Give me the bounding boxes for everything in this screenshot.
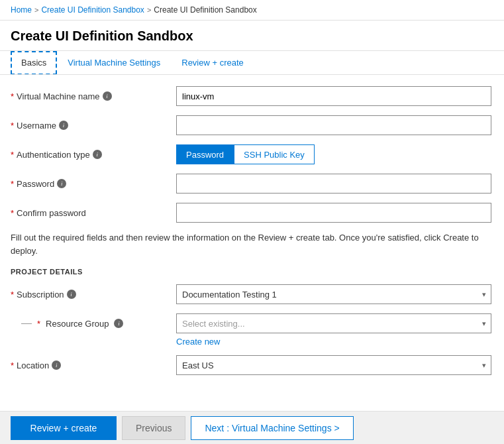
location-select-wrapper: East US ▾ [176, 355, 491, 375]
location-row: * Location i East US ▾ [11, 355, 493, 376]
auth-type-info-icon[interactable]: i [93, 150, 102, 159]
confirm-password-label: * Confirm password [11, 208, 176, 218]
auth-type-row: * Authentication type i Password SSH Pub… [11, 144, 493, 165]
project-details-header: PROJECT DETAILS [11, 268, 493, 276]
vm-name-label: * Virtual Machine name i [11, 91, 176, 101]
password-label: * Password i [11, 179, 176, 189]
confirm-password-required: * [11, 208, 14, 218]
tab-basics[interactable]: Basics [11, 51, 57, 74]
breadcrumb-current: Create UI Definition Sandbox [154, 5, 256, 15]
create-new-link[interactable]: Create new [176, 337, 493, 347]
subscription-select-wrapper: Documentation Testing 1 ▾ [176, 284, 491, 304]
breadcrumb-create-definition[interactable]: Create UI Definition Sandbox [41, 5, 144, 15]
previous-button: Previous [122, 416, 185, 440]
username-row: * Username i [11, 115, 493, 136]
resource-group-row: * Resource Group i Select existing... ▾ … [11, 313, 493, 347]
tab-review-create[interactable]: Review + create [171, 51, 254, 74]
rg-indent: * Resource Group i [11, 319, 123, 329]
form-container: * Virtual Machine name i * Username i * … [0, 75, 504, 376]
tab-vm-settings[interactable]: Virtual Machine Settings [57, 51, 171, 74]
vm-name-input[interactable] [176, 86, 491, 106]
breadcrumb-home[interactable]: Home [11, 5, 32, 15]
vm-name-info-icon[interactable]: i [103, 91, 112, 101]
vm-name-required: * [11, 91, 14, 101]
next-button[interactable]: Next : Virtual Machine Settings > [191, 416, 353, 440]
confirm-password-input[interactable] [176, 203, 491, 223]
confirm-password-row: * Confirm password [11, 202, 493, 223]
location-info-icon[interactable]: i [52, 361, 61, 370]
location-select[interactable]: East US [176, 355, 491, 375]
subscription-row: * Subscription i Documentation Testing 1… [11, 284, 493, 305]
auth-password-button[interactable]: Password [176, 144, 234, 164]
subscription-required: * [11, 290, 14, 300]
review-create-button[interactable]: Review + create [11, 416, 117, 440]
location-required: * [11, 361, 14, 370]
subscription-info-icon[interactable]: i [67, 290, 76, 299]
auth-required: * [11, 150, 14, 160]
auth-type-buttons: Password SSH Public Key [176, 144, 315, 164]
username-info-icon[interactable]: i [59, 121, 68, 130]
auth-ssh-button[interactable]: SSH Public Key [234, 144, 315, 164]
page-title: Create UI Definition Sandbox [11, 28, 493, 44]
subscription-select[interactable]: Documentation Testing 1 [176, 284, 491, 304]
username-required: * [11, 121, 14, 131]
auth-type-label: * Authentication type i [11, 150, 176, 160]
footer: Review + create Previous Next : Virtual … [0, 411, 504, 444]
password-row: * Password i [11, 173, 493, 194]
tabs-nav: Basics Virtual Machine Settings Review +… [0, 51, 504, 75]
password-info-icon[interactable]: i [57, 179, 66, 188]
location-label: * Location i [11, 361, 176, 370]
breadcrumb: Home > Create UI Definition Sandbox > Cr… [0, 0, 504, 21]
subscription-label: * Subscription i [11, 290, 176, 300]
password-required: * [11, 179, 14, 189]
resource-group-label-wrapper: * Resource Group i [11, 319, 176, 329]
rg-info-icon[interactable]: i [114, 319, 123, 328]
rg-required: * [37, 319, 40, 329]
vm-name-row: * Virtual Machine name i [11, 85, 493, 107]
password-input[interactable] [176, 174, 491, 194]
page-header: Create UI Definition Sandbox [0, 21, 504, 51]
info-text: Fill out the required fields and then re… [11, 231, 493, 257]
resource-group-select-wrapper: Select existing... ▾ [176, 313, 491, 333]
resource-group-select[interactable]: Select existing... [176, 313, 491, 333]
breadcrumb-sep-2: > [147, 6, 151, 14]
breadcrumb-sep-1: > [34, 6, 38, 14]
username-label: * Username i [11, 121, 176, 131]
username-input[interactable] [176, 115, 491, 135]
rg-line [21, 323, 32, 324]
resource-group-inner: * Resource Group i Select existing... ▾ [11, 313, 493, 334]
